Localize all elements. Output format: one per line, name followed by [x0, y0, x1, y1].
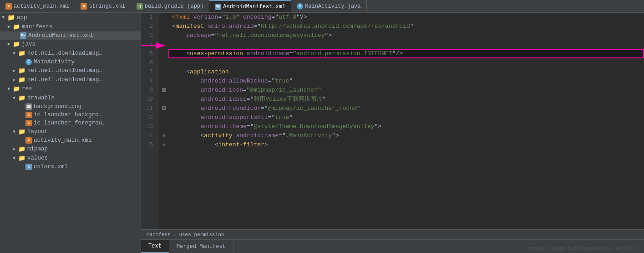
- sidebar-item-net1[interactable]: ▼ 📁 net.nell.downloadimag…: [0, 49, 141, 58]
- gutter-image-icon-11: 🖼: [159, 104, 168, 113]
- sidebar-item-mipmap[interactable]: ▶ 📁 mipmap: [0, 145, 141, 154]
- breadcrumb-bar: manifest › uses-permission: [141, 229, 644, 239]
- code-line-4: [168, 40, 644, 49]
- tab-icon-build-gradle: g: [137, 3, 143, 10]
- code-lines: <?xml version="1.0" encoding="utf-8"?> <…: [168, 13, 644, 229]
- code-line-6: [168, 58, 644, 67]
- expand-arrow-app: ▼: [2, 15, 5, 20]
- gutter-image-icon-9: 🖼: [159, 86, 168, 95]
- sidebar-item-app[interactable]: ▼ 📁 app: [0, 13, 141, 22]
- expand-arrow-net2: ▶: [13, 68, 15, 73]
- folder-icon-net3: 📁: [18, 76, 25, 83]
- folder-icon-java: 📁: [13, 41, 20, 48]
- folder-icon-res: 📁: [13, 85, 20, 93]
- code-line-14: <activity android:name=".MainActivity">: [168, 131, 644, 140]
- code-line-12: android:supportsRtl="true": [168, 113, 644, 122]
- code-line-3: package="net.nell.downloadimagebyvolley"…: [168, 31, 644, 40]
- code-line-8: android:allowBackup="true": [168, 77, 644, 86]
- code-line-1: <?xml version="1.0" encoding="utf-8"?>: [168, 13, 644, 22]
- line-numbers: 1 2 3 4 5 6 7 8 9 10 11 12 13 14 15: [141, 13, 159, 229]
- file-icon-activity-main-xml: x: [25, 137, 32, 144]
- expand-arrow-drawable: ▼: [13, 96, 15, 101]
- main-area: ▼ 📁 app ▼ 📁 manifests MF AndroidManifest…: [0, 13, 644, 253]
- file-icon-android-manifest: MF: [20, 32, 26, 39]
- sidebar-item-java[interactable]: ▼ 📁 java: [0, 40, 141, 49]
- file-icon-colors-xml: x: [25, 164, 32, 170]
- code-line-2: <manifest xmlns:android="http://schemas.…: [168, 22, 644, 31]
- file-icon-ic-launcher-fg: x: [25, 120, 32, 126]
- code-area: 1 2 3 4 5 6 7 8 9 10 11 12 13 14 15: [141, 13, 644, 253]
- tab-strings[interactable]: x strings.xml: [75, 0, 131, 12]
- expand-arrow-net1: ▼: [13, 51, 15, 56]
- code-content[interactable]: 1 2 3 4 5 6 7 8 9 10 11 12 13 14 15: [141, 13, 644, 229]
- file-icon-ic-launcher-bg: x: [25, 112, 32, 118]
- gutter-fold-icon-15[interactable]: ⊖: [159, 140, 168, 150]
- sidebar: ▼ 📁 app ▼ 📁 manifests MF AndroidManifest…: [0, 13, 141, 253]
- code-line-5: <uses-permission android:name="android.p…: [168, 49, 644, 58]
- folder-icon-drawable: 📁: [18, 94, 25, 102]
- sidebar-item-background-png[interactable]: 🖼 background.png: [0, 103, 141, 111]
- sidebar-item-mainactivity[interactable]: C MainActivity: [0, 58, 141, 66]
- sidebar-item-ic-launcher-fg[interactable]: x ic_launcher_foregrou…: [0, 119, 141, 127]
- sidebar-item-layout[interactable]: ▼ 📁 layout: [0, 127, 141, 136]
- sidebar-item-android-manifest[interactable]: MF AndroidManifest.xml: [0, 31, 141, 40]
- watermark: https://blog.csdn.net/weixin_46705617: [528, 246, 639, 251]
- bottom-tab-merged-manifest[interactable]: Merged Manifest: [169, 240, 233, 253]
- folder-icon-manifests: 📁: [13, 23, 20, 31]
- gutter: 🖼 🖼 ⊖ ⊖: [159, 13, 168, 229]
- tab-icon-android-manifest: MF: [215, 4, 221, 10]
- expand-arrow-mipmap: ▶: [13, 146, 15, 152]
- folder-icon-net1: 📁: [18, 50, 25, 57]
- bottom-tab-bar: Text Merged Manifest https://blog.csdn.n…: [141, 239, 644, 253]
- expand-arrow-layout: ▼: [13, 129, 15, 134]
- code-line-10: android:label="利用Volley下载网络图片": [168, 95, 644, 104]
- code-line-9: android:icon="@mipmap/ic_launcher": [168, 86, 644, 95]
- tab-main-activity[interactable]: C MainActivity.java: [291, 0, 366, 12]
- bottom-tab-text[interactable]: Text: [141, 240, 169, 253]
- code-line-13: android:theme="@style/Theme.DownloadImag…: [168, 122, 644, 131]
- tab-bar: x activity_main.xml x strings.xml g buil…: [0, 0, 644, 13]
- breadcrumb-separator: ›: [173, 232, 177, 238]
- sidebar-item-ic-launcher-bg[interactable]: x ic_launcher_backgro…: [0, 111, 141, 119]
- expand-arrow-res: ▼: [7, 87, 10, 92]
- gutter-fold-icon-14[interactable]: ⊖: [159, 131, 168, 140]
- expand-arrow-manifests: ▼: [7, 25, 10, 30]
- tab-icon-strings: x: [81, 3, 87, 10]
- sidebar-item-manifests[interactable]: ▼ 📁 manifests: [0, 22, 141, 31]
- folder-icon-net2: 📁: [18, 67, 25, 74]
- folder-icon-mipmap: 📁: [18, 145, 25, 153]
- sidebar-item-values[interactable]: ▼ 📁 values: [0, 154, 141, 163]
- sidebar-item-res[interactable]: ▼ 📁 res: [0, 84, 141, 93]
- sidebar-item-drawable[interactable]: ▼ 📁 drawable: [0, 93, 141, 103]
- code-line-15: <intent-filter>: [168, 140, 644, 150]
- tab-build-gradle[interactable]: g build.gradle (app): [131, 0, 210, 12]
- tab-icon-activity-main: x: [5, 3, 12, 10]
- breadcrumb-manifest: manifest: [147, 232, 171, 238]
- code-line-7: <application: [168, 67, 644, 77]
- folder-icon-layout: 📁: [18, 128, 25, 135]
- folder-icon-values: 📁: [18, 155, 25, 162]
- tab-android-manifest[interactable]: MF AndroidManifest.xml: [209, 0, 291, 12]
- sidebar-item-activity-main-xml[interactable]: x activity_main.xml: [0, 136, 141, 145]
- sidebar-item-colors-xml[interactable]: x colors.xml: [0, 163, 141, 171]
- file-icon-mainactivity: C: [25, 59, 32, 65]
- expand-arrow-net3: ▶: [13, 77, 15, 83]
- sidebar-item-net3[interactable]: ▶ 📁 net.nell.downloadimag…: [0, 75, 141, 84]
- folder-icon-app: 📁: [7, 14, 15, 21]
- code-line-11: android:roundIcon="@mipmap/ic_launcher_r…: [168, 104, 644, 113]
- file-icon-background-png: 🖼: [25, 103, 32, 110]
- sidebar-item-net2[interactable]: ▶ 📁 net.nell.downloadimag…: [0, 66, 141, 75]
- tab-activity-main[interactable]: x activity_main.xml: [0, 0, 75, 12]
- breadcrumb-uses-permission: uses-permission: [179, 232, 224, 238]
- tab-icon-main-activity: C: [297, 3, 303, 10]
- expand-arrow-values: ▼: [13, 156, 15, 161]
- expand-arrow-java: ▼: [7, 42, 10, 47]
